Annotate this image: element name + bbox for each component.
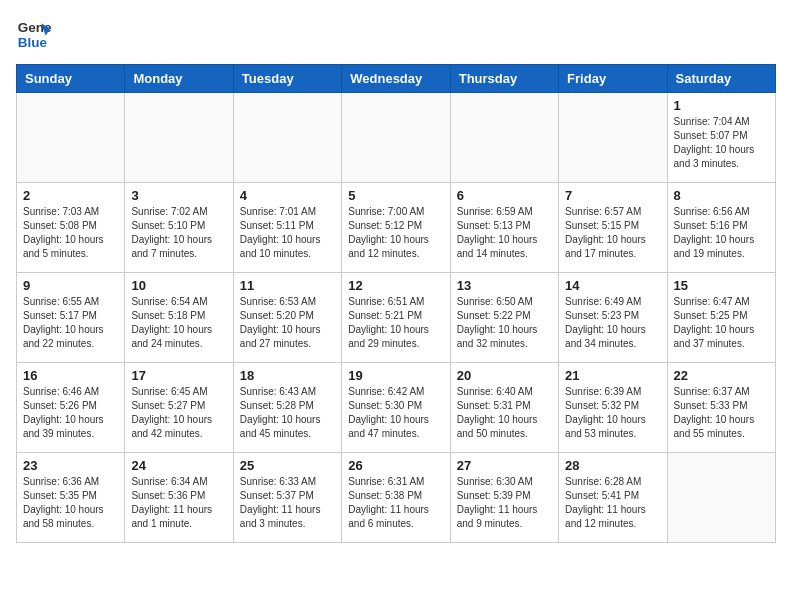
weekday-header-tuesday: Tuesday bbox=[233, 65, 341, 93]
calendar-cell: 4Sunrise: 7:01 AM Sunset: 5:11 PM Daylig… bbox=[233, 183, 341, 273]
day-number: 6 bbox=[457, 188, 552, 203]
day-info: Sunrise: 6:45 AM Sunset: 5:27 PM Dayligh… bbox=[131, 385, 226, 441]
day-info: Sunrise: 6:49 AM Sunset: 5:23 PM Dayligh… bbox=[565, 295, 660, 351]
weekday-header-wednesday: Wednesday bbox=[342, 65, 450, 93]
day-number: 22 bbox=[674, 368, 769, 383]
day-info: Sunrise: 6:59 AM Sunset: 5:13 PM Dayligh… bbox=[457, 205, 552, 261]
calendar-cell: 23Sunrise: 6:36 AM Sunset: 5:35 PM Dayli… bbox=[17, 453, 125, 543]
day-info: Sunrise: 6:55 AM Sunset: 5:17 PM Dayligh… bbox=[23, 295, 118, 351]
day-info: Sunrise: 6:53 AM Sunset: 5:20 PM Dayligh… bbox=[240, 295, 335, 351]
calendar-cell: 24Sunrise: 6:34 AM Sunset: 5:36 PM Dayli… bbox=[125, 453, 233, 543]
calendar-cell: 27Sunrise: 6:30 AM Sunset: 5:39 PM Dayli… bbox=[450, 453, 558, 543]
calendar-cell: 19Sunrise: 6:42 AM Sunset: 5:30 PM Dayli… bbox=[342, 363, 450, 453]
calendar-week-5: 23Sunrise: 6:36 AM Sunset: 5:35 PM Dayli… bbox=[17, 453, 776, 543]
calendar-cell bbox=[342, 93, 450, 183]
day-number: 13 bbox=[457, 278, 552, 293]
day-number: 19 bbox=[348, 368, 443, 383]
calendar-cell bbox=[559, 93, 667, 183]
calendar-table: SundayMondayTuesdayWednesdayThursdayFrid… bbox=[16, 64, 776, 543]
day-info: Sunrise: 6:33 AM Sunset: 5:37 PM Dayligh… bbox=[240, 475, 335, 531]
calendar-cell: 8Sunrise: 6:56 AM Sunset: 5:16 PM Daylig… bbox=[667, 183, 775, 273]
calendar-cell: 12Sunrise: 6:51 AM Sunset: 5:21 PM Dayli… bbox=[342, 273, 450, 363]
day-number: 8 bbox=[674, 188, 769, 203]
day-number: 20 bbox=[457, 368, 552, 383]
day-number: 12 bbox=[348, 278, 443, 293]
weekday-header-sunday: Sunday bbox=[17, 65, 125, 93]
calendar-week-4: 16Sunrise: 6:46 AM Sunset: 5:26 PM Dayli… bbox=[17, 363, 776, 453]
calendar-cell: 22Sunrise: 6:37 AM Sunset: 5:33 PM Dayli… bbox=[667, 363, 775, 453]
day-info: Sunrise: 6:57 AM Sunset: 5:15 PM Dayligh… bbox=[565, 205, 660, 261]
calendar-week-3: 9Sunrise: 6:55 AM Sunset: 5:17 PM Daylig… bbox=[17, 273, 776, 363]
day-info: Sunrise: 6:28 AM Sunset: 5:41 PM Dayligh… bbox=[565, 475, 660, 531]
calendar-cell bbox=[450, 93, 558, 183]
calendar-week-1: 1Sunrise: 7:04 AM Sunset: 5:07 PM Daylig… bbox=[17, 93, 776, 183]
logo-icon: General Blue bbox=[16, 16, 52, 52]
calendar-cell: 13Sunrise: 6:50 AM Sunset: 5:22 PM Dayli… bbox=[450, 273, 558, 363]
weekday-header-thursday: Thursday bbox=[450, 65, 558, 93]
calendar-cell: 28Sunrise: 6:28 AM Sunset: 5:41 PM Dayli… bbox=[559, 453, 667, 543]
calendar-cell: 10Sunrise: 6:54 AM Sunset: 5:18 PM Dayli… bbox=[125, 273, 233, 363]
day-number: 2 bbox=[23, 188, 118, 203]
calendar-cell: 7Sunrise: 6:57 AM Sunset: 5:15 PM Daylig… bbox=[559, 183, 667, 273]
day-info: Sunrise: 6:30 AM Sunset: 5:39 PM Dayligh… bbox=[457, 475, 552, 531]
calendar-cell bbox=[17, 93, 125, 183]
calendar-cell: 14Sunrise: 6:49 AM Sunset: 5:23 PM Dayli… bbox=[559, 273, 667, 363]
weekday-header-monday: Monday bbox=[125, 65, 233, 93]
day-info: Sunrise: 7:01 AM Sunset: 5:11 PM Dayligh… bbox=[240, 205, 335, 261]
day-number: 27 bbox=[457, 458, 552, 473]
calendar-cell bbox=[667, 453, 775, 543]
day-number: 3 bbox=[131, 188, 226, 203]
calendar-cell bbox=[125, 93, 233, 183]
calendar-cell: 21Sunrise: 6:39 AM Sunset: 5:32 PM Dayli… bbox=[559, 363, 667, 453]
day-number: 14 bbox=[565, 278, 660, 293]
day-number: 15 bbox=[674, 278, 769, 293]
day-number: 10 bbox=[131, 278, 226, 293]
calendar-cell: 1Sunrise: 7:04 AM Sunset: 5:07 PM Daylig… bbox=[667, 93, 775, 183]
day-info: Sunrise: 6:47 AM Sunset: 5:25 PM Dayligh… bbox=[674, 295, 769, 351]
day-info: Sunrise: 6:50 AM Sunset: 5:22 PM Dayligh… bbox=[457, 295, 552, 351]
day-info: Sunrise: 6:56 AM Sunset: 5:16 PM Dayligh… bbox=[674, 205, 769, 261]
calendar-cell: 25Sunrise: 6:33 AM Sunset: 5:37 PM Dayli… bbox=[233, 453, 341, 543]
calendar-cell: 5Sunrise: 7:00 AM Sunset: 5:12 PM Daylig… bbox=[342, 183, 450, 273]
calendar-cell: 16Sunrise: 6:46 AM Sunset: 5:26 PM Dayli… bbox=[17, 363, 125, 453]
day-number: 17 bbox=[131, 368, 226, 383]
day-info: Sunrise: 6:54 AM Sunset: 5:18 PM Dayligh… bbox=[131, 295, 226, 351]
day-number: 21 bbox=[565, 368, 660, 383]
day-info: Sunrise: 6:37 AM Sunset: 5:33 PM Dayligh… bbox=[674, 385, 769, 441]
calendar-cell: 20Sunrise: 6:40 AM Sunset: 5:31 PM Dayli… bbox=[450, 363, 558, 453]
day-number: 23 bbox=[23, 458, 118, 473]
day-info: Sunrise: 6:36 AM Sunset: 5:35 PM Dayligh… bbox=[23, 475, 118, 531]
day-info: Sunrise: 6:40 AM Sunset: 5:31 PM Dayligh… bbox=[457, 385, 552, 441]
calendar-cell: 9Sunrise: 6:55 AM Sunset: 5:17 PM Daylig… bbox=[17, 273, 125, 363]
day-info: Sunrise: 6:39 AM Sunset: 5:32 PM Dayligh… bbox=[565, 385, 660, 441]
day-number: 11 bbox=[240, 278, 335, 293]
day-number: 16 bbox=[23, 368, 118, 383]
calendar-cell bbox=[233, 93, 341, 183]
day-number: 1 bbox=[674, 98, 769, 113]
day-number: 26 bbox=[348, 458, 443, 473]
day-number: 18 bbox=[240, 368, 335, 383]
calendar-cell: 6Sunrise: 6:59 AM Sunset: 5:13 PM Daylig… bbox=[450, 183, 558, 273]
calendar-cell: 2Sunrise: 7:03 AM Sunset: 5:08 PM Daylig… bbox=[17, 183, 125, 273]
logo: General Blue bbox=[16, 16, 52, 52]
day-info: Sunrise: 6:42 AM Sunset: 5:30 PM Dayligh… bbox=[348, 385, 443, 441]
day-info: Sunrise: 7:04 AM Sunset: 5:07 PM Dayligh… bbox=[674, 115, 769, 171]
weekday-header-friday: Friday bbox=[559, 65, 667, 93]
calendar-cell: 11Sunrise: 6:53 AM Sunset: 5:20 PM Dayli… bbox=[233, 273, 341, 363]
day-info: Sunrise: 7:03 AM Sunset: 5:08 PM Dayligh… bbox=[23, 205, 118, 261]
calendar-cell: 15Sunrise: 6:47 AM Sunset: 5:25 PM Dayli… bbox=[667, 273, 775, 363]
day-number: 24 bbox=[131, 458, 226, 473]
calendar-week-2: 2Sunrise: 7:03 AM Sunset: 5:08 PM Daylig… bbox=[17, 183, 776, 273]
calendar-cell: 18Sunrise: 6:43 AM Sunset: 5:28 PM Dayli… bbox=[233, 363, 341, 453]
calendar-cell: 17Sunrise: 6:45 AM Sunset: 5:27 PM Dayli… bbox=[125, 363, 233, 453]
day-number: 5 bbox=[348, 188, 443, 203]
day-number: 9 bbox=[23, 278, 118, 293]
day-info: Sunrise: 6:31 AM Sunset: 5:38 PM Dayligh… bbox=[348, 475, 443, 531]
day-info: Sunrise: 7:00 AM Sunset: 5:12 PM Dayligh… bbox=[348, 205, 443, 261]
day-number: 4 bbox=[240, 188, 335, 203]
svg-text:Blue: Blue bbox=[18, 35, 48, 50]
weekday-header-row: SundayMondayTuesdayWednesdayThursdayFrid… bbox=[17, 65, 776, 93]
header: General Blue bbox=[16, 16, 776, 52]
day-info: Sunrise: 6:43 AM Sunset: 5:28 PM Dayligh… bbox=[240, 385, 335, 441]
day-info: Sunrise: 6:34 AM Sunset: 5:36 PM Dayligh… bbox=[131, 475, 226, 531]
